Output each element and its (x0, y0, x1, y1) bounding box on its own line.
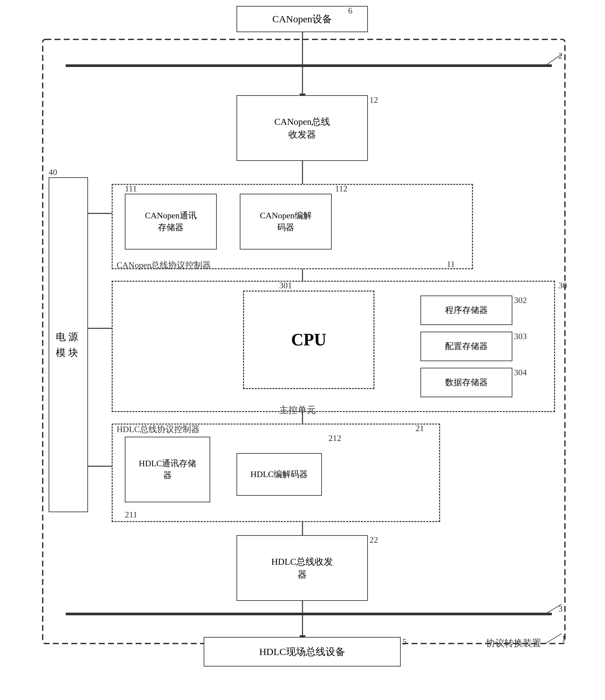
ref-111: 111 (125, 184, 137, 194)
cpu-box: CPU (243, 291, 374, 389)
power-module-box: 电源模块 (49, 177, 88, 512)
ref-1: 1 (562, 634, 566, 644)
ref-211: 211 (125, 510, 137, 520)
hdlc-codec-box: HDLC编解码器 (237, 453, 322, 496)
hdlc-device-box: HDLC现场总线设备 (203, 637, 401, 667)
ref-3: 3 (558, 604, 563, 614)
canopen-comm-mem-box: CANopen通讯存储器 (125, 194, 217, 250)
protocol-converter-label: 协议转换装置 (486, 637, 541, 649)
main-unit-label: 主控单元 (279, 404, 316, 416)
ref-22: 22 (369, 535, 378, 545)
ref-2: 2 (558, 51, 563, 61)
canopen-transceiver-box: CANopen总线收发器 (237, 95, 368, 161)
hdlc-comm-mem-box: HDLC通讯存储器 (125, 437, 210, 502)
hdlc-bus-controller-label: HDLC总线协议控制器 (117, 424, 200, 435)
svg-line-35 (545, 634, 562, 644)
config-mem-box: 配置存储器 (420, 332, 512, 361)
ref-302: 302 (514, 296, 527, 305)
diagram: CANopen设备 6 2 协议转换装置 1 CANopen总线收发器 12 C… (0, 0, 605, 700)
ref-5: 5 (402, 637, 407, 647)
canopen-codec-box: CANopen编解码器 (240, 194, 332, 250)
ref-301: 301 (279, 281, 292, 291)
ref-6: 6 (348, 6, 353, 16)
ref-30: 30 (558, 281, 567, 291)
hdlc-transceiver-box: HDLC总线收发器 (237, 535, 368, 601)
ref-304: 304 (514, 368, 527, 378)
program-mem-box: 程序存储器 (420, 296, 512, 325)
ref-40: 40 (49, 168, 57, 177)
data-mem-box: 数据存储器 (420, 368, 512, 397)
ref-112: 112 (335, 184, 347, 194)
ref-212: 212 (329, 433, 341, 443)
ref-21: 21 (415, 424, 424, 433)
ref-12: 12 (369, 95, 378, 105)
canopen-bus-controller-label: CANopen总线协议控制器 (117, 259, 211, 271)
ref-303: 303 (514, 332, 527, 342)
ref-11: 11 (447, 259, 455, 269)
